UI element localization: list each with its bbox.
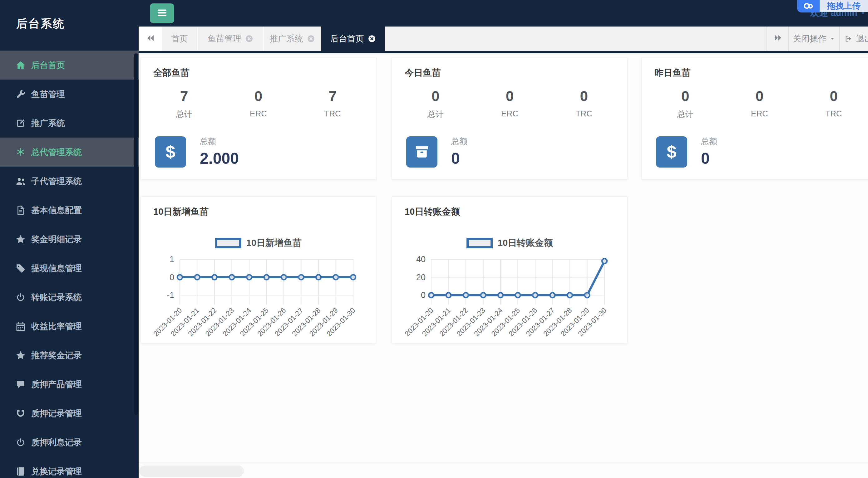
chart-area: 10-12023-01-202023-01-212023-01-222023-0… bbox=[141, 250, 377, 344]
card-total-block: $ 总额 0 bbox=[656, 136, 717, 168]
sidebar-scrollbar-thumb[interactable] bbox=[134, 53, 138, 415]
power-icon bbox=[14, 437, 27, 448]
stat-value: 0 bbox=[547, 88, 621, 105]
tab-推广系统[interactable]: 推广系统 bbox=[264, 27, 321, 51]
stat-总计: 0 总计 bbox=[648, 88, 722, 120]
svg-text:40: 40 bbox=[416, 254, 426, 264]
sidebar-item-label: 子代管理系统 bbox=[31, 176, 82, 187]
total-label: 总额 bbox=[701, 136, 717, 147]
sidebar-item-推荐奖金记录[interactable]: 推荐奖金记录 bbox=[0, 341, 138, 370]
home-icon bbox=[14, 60, 27, 70]
asterisk-icon bbox=[14, 147, 27, 158]
sidebar-item-推广系统[interactable]: 推广系统 bbox=[0, 109, 138, 138]
stat-value: 0 bbox=[648, 88, 722, 105]
horizontal-scrollbar-thumb[interactable] bbox=[139, 466, 244, 477]
total-value: 0 bbox=[701, 149, 717, 168]
edit-icon bbox=[14, 118, 27, 129]
total-text: 总额 0 bbox=[701, 136, 717, 168]
users-icon bbox=[14, 176, 27, 186]
header-bar: 欢迎 admin 拖拽上传 bbox=[138, 0, 868, 27]
tab-close-icon[interactable] bbox=[307, 35, 315, 43]
tab-label: 首页 bbox=[171, 33, 188, 44]
sidebar-item-质押产品管理[interactable]: 质押产品管理 bbox=[0, 370, 138, 399]
stat-label: TRC bbox=[296, 109, 370, 118]
drag-upload-overlay[interactable]: 拖拽上传 bbox=[819, 0, 868, 12]
stat-label: ERC bbox=[722, 109, 797, 118]
cloud-drive-icon bbox=[801, 0, 815, 13]
stat-ERC: 0 ERC bbox=[221, 88, 296, 120]
legend-label: 10日转账金额 bbox=[498, 237, 553, 249]
main-content: 全部鱼苗7 总计0 ERC7 TRC$ 总额 2.000 今日鱼苗0 总计0 E… bbox=[138, 53, 868, 478]
total-label: 总额 bbox=[451, 136, 467, 147]
chart-card-10日转账金额: 10日转账金额 10日转账金额 402002023-01-202023-01-2… bbox=[392, 197, 628, 343]
sidebar-item-收益比率管理[interactable]: 收益比率管理 bbox=[0, 312, 138, 341]
sidebar-item-label: 质押产品管理 bbox=[31, 379, 82, 390]
stat-value: 7 bbox=[296, 88, 370, 105]
stat-ERC: 0 ERC bbox=[722, 88, 797, 120]
stat-card-全部鱼苗: 全部鱼苗7 总计0 ERC7 TRC$ 总额 2.000 bbox=[141, 58, 376, 179]
chart-card-10日新增鱼苗: 10日新增鱼苗 10日新增鱼苗 10-12023-01-202023-01-21… bbox=[141, 197, 376, 343]
svg-text:20: 20 bbox=[416, 273, 426, 282]
stat-label: TRC bbox=[547, 109, 621, 118]
logout-label: 退出 bbox=[856, 33, 868, 44]
sidebar-item-label: 提现信息管理 bbox=[31, 263, 82, 274]
close-operations-label: 关闭操作 bbox=[793, 33, 827, 44]
total-text: 总额 2.000 bbox=[200, 136, 239, 168]
stat-value: 0 bbox=[473, 88, 547, 105]
legend-label: 10日新增鱼苗 bbox=[246, 237, 302, 249]
sidebar-item-后台首页[interactable]: 后台首页 bbox=[0, 50, 138, 79]
sidebar-item-总代管理系统[interactable]: 总代管理系统 bbox=[0, 138, 138, 167]
power-icon bbox=[14, 292, 27, 303]
hamburger-icon bbox=[156, 6, 168, 20]
dollar-icon: $ bbox=[165, 142, 175, 162]
stats-row: 7 总计0 ERC7 TRC bbox=[147, 88, 370, 120]
sidebar-item-子代管理系统[interactable]: 子代管理系统 bbox=[0, 167, 138, 196]
legend-swatch bbox=[215, 238, 241, 248]
stat-card-title: 今日鱼苗 bbox=[405, 67, 441, 79]
svg-text:-1: -1 bbox=[167, 291, 174, 300]
sidebar-item-label: 后台首页 bbox=[31, 60, 65, 71]
chart-legend[interactable]: 10日新增鱼苗 bbox=[141, 237, 376, 249]
stat-总计: 7 总计 bbox=[147, 88, 221, 120]
chart-area: 402002023-01-202023-01-212023-01-222023-… bbox=[392, 250, 628, 344]
svg-text:0: 0 bbox=[421, 291, 426, 300]
sidebar-item-提现信息管理[interactable]: 提现信息管理 bbox=[0, 254, 138, 283]
stat-label: TRC bbox=[797, 109, 868, 118]
stat-card-今日鱼苗: 今日鱼苗0 总计0 ERC0 TRC 总额 0 bbox=[392, 58, 628, 179]
tab-后台首页[interactable]: 后台首页 bbox=[321, 27, 385, 51]
sidebar-item-质押利息记录[interactable]: 质押利息记录 bbox=[0, 428, 138, 457]
tabs-scroll-left-button[interactable] bbox=[138, 27, 162, 51]
sidebar-item-鱼苗管理[interactable]: 鱼苗管理 bbox=[0, 79, 138, 109]
stat-card-昨日鱼苗: 昨日鱼苗0 总计0 ERC0 TRC$ 总额 0 bbox=[642, 58, 868, 179]
stat-label: 总计 bbox=[398, 109, 473, 120]
upload-widget-logo-tile[interactable] bbox=[797, 0, 819, 12]
sidebar-toggle-button[interactable] bbox=[150, 3, 174, 23]
dollar-icon: $ bbox=[666, 142, 676, 162]
chart-legend[interactable]: 10日转账金额 bbox=[392, 237, 627, 249]
sidebar-item-兑换记录管理[interactable]: 兑换记录管理 bbox=[0, 457, 138, 478]
tab-close-icon[interactable] bbox=[368, 35, 376, 43]
calendar-icon bbox=[14, 321, 27, 332]
sidebar-item-label: 奖金明细记录 bbox=[31, 234, 82, 245]
app-title: 后台系统 bbox=[16, 16, 65, 32]
double-chevron-right-icon bbox=[773, 33, 782, 45]
total-label: 总额 bbox=[200, 136, 239, 147]
logout-button[interactable]: 退出 bbox=[839, 27, 868, 51]
sidebar-item-转账记录系统[interactable]: 转账记录系统 bbox=[0, 283, 138, 312]
tabs-list: 首页鱼苗管理推广系统后台首页 bbox=[162, 27, 385, 51]
tab-close-icon[interactable] bbox=[245, 35, 253, 43]
tab-首页[interactable]: 首页 bbox=[162, 27, 198, 51]
tabs-scroll-right-button[interactable] bbox=[767, 27, 788, 51]
chart-card-title: 10日新增鱼苗 bbox=[153, 206, 209, 218]
stats-row: 0 总计0 ERC0 TRC bbox=[398, 88, 621, 120]
sidebar-item-奖金明细记录[interactable]: 奖金明细记录 bbox=[0, 225, 138, 254]
sidebar-item-label: 推广系统 bbox=[31, 117, 65, 129]
close-operations-dropdown[interactable]: 关闭操作 bbox=[788, 27, 839, 51]
content-bottom-divider bbox=[138, 462, 868, 463]
tab-鱼苗管理[interactable]: 鱼苗管理 bbox=[198, 27, 264, 51]
comment-icon bbox=[14, 379, 27, 390]
book-icon bbox=[14, 466, 27, 477]
sidebar-item-质押记录管理[interactable]: 质押记录管理 bbox=[0, 399, 138, 428]
sidebar-item-基本信息配置[interactable]: 基本信息配置 bbox=[0, 196, 138, 225]
stat-总计: 0 总计 bbox=[398, 88, 473, 120]
